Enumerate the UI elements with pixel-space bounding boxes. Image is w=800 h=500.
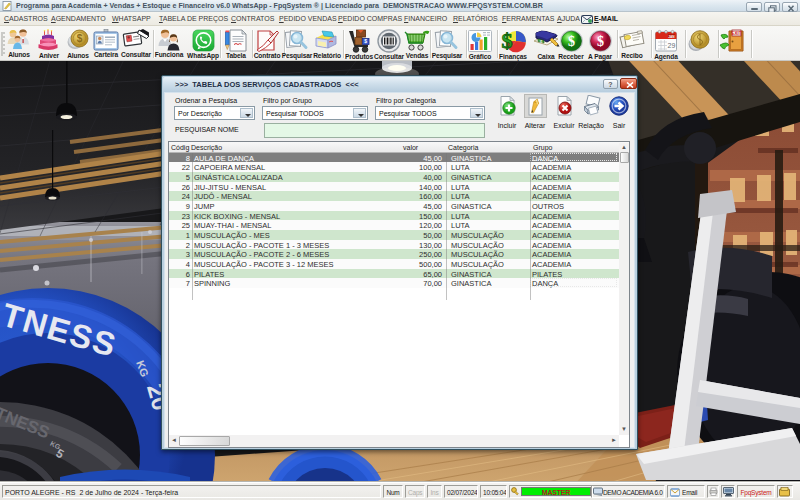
svg-text:29: 29 [668, 42, 676, 49]
svg-text:$: $ [77, 33, 83, 44]
svg-text:JAN: JAN [668, 35, 675, 39]
svg-text:$: $ [597, 34, 604, 49]
svg-text:$: $ [568, 34, 575, 49]
svg-text:EXIT: EXIT [731, 31, 741, 36]
svg-text:$: $ [364, 38, 367, 44]
svg-text:$: $ [502, 29, 513, 53]
